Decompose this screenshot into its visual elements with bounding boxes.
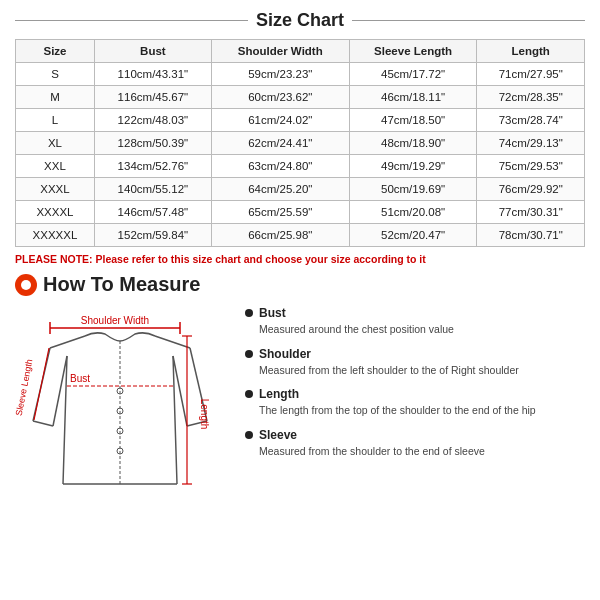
main-container: Size Chart SizeBustShoulder WidthSleeve … xyxy=(0,0,600,514)
measure-body: Shoulder Width xyxy=(15,306,585,504)
bullet-icon xyxy=(245,390,253,398)
svg-text:Bust: Bust xyxy=(70,373,90,384)
measure-item-title: Length xyxy=(259,387,536,401)
table-header-row: SizeBustShoulder WidthSleeve LengthLengt… xyxy=(16,40,585,63)
measure-item-title: Bust xyxy=(259,306,454,320)
table-cell: 62cm/24.41" xyxy=(211,132,349,155)
table-row: XXXXXL152cm/59.84"66cm/25.98"52cm/20.47"… xyxy=(16,224,585,247)
table-cell: M xyxy=(16,86,95,109)
table-cell: 63cm/24.80" xyxy=(211,155,349,178)
table-cell: 66cm/25.98" xyxy=(211,224,349,247)
table-row: XXXL140cm/55.12"64cm/25.20"50cm/19.69"76… xyxy=(16,178,585,201)
measure-item-content: Bust Measured around the chest position … xyxy=(259,306,454,337)
table-cell: 74cm/29.13" xyxy=(477,132,585,155)
table-cell: 134cm/52.76" xyxy=(94,155,211,178)
table-cell: 116cm/45.67" xyxy=(94,86,211,109)
table-row: M116cm/45.67"60cm/23.62"46cm/18.11"72cm/… xyxy=(16,86,585,109)
size-chart-title: Size Chart xyxy=(15,10,585,31)
table-cell: 146cm/57.48" xyxy=(94,201,211,224)
table-header-cell: Bust xyxy=(94,40,211,63)
table-cell: L xyxy=(16,109,95,132)
table-cell: 51cm/20.08" xyxy=(349,201,477,224)
jacket-svg: Shoulder Width xyxy=(15,306,225,501)
table-row: XXXXL146cm/57.48"65cm/25.59"51cm/20.08"7… xyxy=(16,201,585,224)
svg-text:Length: Length xyxy=(199,399,210,430)
table-header-cell: Length xyxy=(477,40,585,63)
table-header-cell: Size xyxy=(16,40,95,63)
measure-item-content: Shoulder Measured from the left shoulder… xyxy=(259,347,519,378)
table-cell: 140cm/55.12" xyxy=(94,178,211,201)
table-cell: 77cm/30.31" xyxy=(477,201,585,224)
table-cell: 65cm/25.59" xyxy=(211,201,349,224)
measure-title-text: How To Measure xyxy=(43,273,200,296)
svg-text:Sleeve Length: Sleeve Length xyxy=(15,358,34,416)
table-cell: 61cm/24.02" xyxy=(211,109,349,132)
svg-line-5 xyxy=(155,336,190,348)
bullet-icon xyxy=(245,309,253,317)
measure-item-description: The length from the top of the shoulder … xyxy=(259,403,536,418)
table-row: XL128cm/50.39"62cm/24.41"48cm/18.90"74cm… xyxy=(16,132,585,155)
table-cell: 122cm/48.03" xyxy=(94,109,211,132)
table-cell: XXXL xyxy=(16,178,95,201)
table-cell: 48cm/18.90" xyxy=(349,132,477,155)
measure-item-description: Measured around the chest position value xyxy=(259,322,454,337)
note-text: PLEASE NOTE: Please refer to this size c… xyxy=(15,253,585,265)
measure-item-description: Measured from the left shoulder to the o… xyxy=(259,363,519,378)
svg-line-7 xyxy=(33,421,53,426)
table-cell: XXL xyxy=(16,155,95,178)
table-cell: 59cm/23.23" xyxy=(211,63,349,86)
table-cell: XXXXXL xyxy=(16,224,95,247)
measure-item-description: Measured from the shoulder to the end of… xyxy=(259,444,485,459)
svg-line-26 xyxy=(34,348,49,420)
title-text: Size Chart xyxy=(256,10,344,31)
svg-text:Shoulder Width: Shoulder Width xyxy=(81,315,149,326)
table-row: L122cm/48.03"61cm/24.02"47cm/18.50"73cm/… xyxy=(16,109,585,132)
measure-item: Shoulder Measured from the left shoulder… xyxy=(245,347,585,378)
measure-item: Sleeve Measured from the shoulder to the… xyxy=(245,428,585,459)
bullet-icon xyxy=(245,431,253,439)
table-cell: 64cm/25.20" xyxy=(211,178,349,201)
svg-line-4 xyxy=(50,336,85,348)
table-cell: 60cm/23.62" xyxy=(211,86,349,109)
table-cell: 76cm/29.92" xyxy=(477,178,585,201)
table-cell: 50cm/19.69" xyxy=(349,178,477,201)
table-cell: 49cm/19.29" xyxy=(349,155,477,178)
table-cell: 52cm/20.47" xyxy=(349,224,477,247)
table-cell: 152cm/59.84" xyxy=(94,224,211,247)
table-header-cell: Sleeve Length xyxy=(349,40,477,63)
measure-item-content: Sleeve Measured from the shoulder to the… xyxy=(259,428,485,459)
table-cell: 75cm/29.53" xyxy=(477,155,585,178)
note-prefix: PLEASE NOTE: xyxy=(15,253,93,265)
measure-item-content: Length The length from the top of the sh… xyxy=(259,387,536,418)
table-cell: 71cm/27.95" xyxy=(477,63,585,86)
table-cell: 128cm/50.39" xyxy=(94,132,211,155)
table-cell: 47cm/18.50" xyxy=(349,109,477,132)
red-circle-icon xyxy=(15,274,37,296)
bullet-icon xyxy=(245,350,253,358)
measure-title: How To Measure xyxy=(15,273,585,296)
table-header-cell: Shoulder Width xyxy=(211,40,349,63)
table-row: XXL134cm/52.76"63cm/24.80"49cm/19.29"75c… xyxy=(16,155,585,178)
table-cell: 73cm/28.74" xyxy=(477,109,585,132)
table-cell: XL xyxy=(16,132,95,155)
table-cell: XXXXL xyxy=(16,201,95,224)
table-cell: 46cm/18.11" xyxy=(349,86,477,109)
measure-item: Bust Measured around the chest position … xyxy=(245,306,585,337)
note-body: Please refer to this size chart and choo… xyxy=(96,253,426,265)
measure-list: Bust Measured around the chest position … xyxy=(245,306,585,504)
table-cell: 72cm/28.35" xyxy=(477,86,585,109)
jacket-diagram: Shoulder Width xyxy=(15,306,235,504)
size-table: SizeBustShoulder WidthSleeve LengthLengt… xyxy=(15,39,585,247)
table-row: S110cm/43.31"59cm/23.23"45cm/17.72"71cm/… xyxy=(16,63,585,86)
measure-item-title: Shoulder xyxy=(259,347,519,361)
measure-item: Length The length from the top of the sh… xyxy=(245,387,585,418)
table-cell: 110cm/43.31" xyxy=(94,63,211,86)
measure-item-title: Sleeve xyxy=(259,428,485,442)
table-cell: 78cm/30.71" xyxy=(477,224,585,247)
table-cell: S xyxy=(16,63,95,86)
table-cell: 45cm/17.72" xyxy=(349,63,477,86)
